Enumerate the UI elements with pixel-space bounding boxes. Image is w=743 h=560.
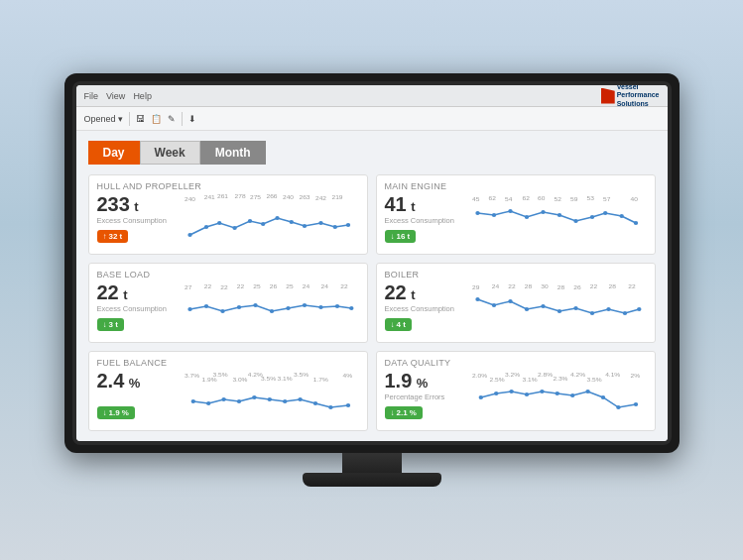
svg-point-40 (603, 211, 607, 215)
svg-text:22: 22 (589, 282, 597, 289)
fuel-badge-value: 1.9 % (109, 408, 129, 417)
svg-point-20 (332, 225, 336, 229)
pencil-icon-btn[interactable]: ✎ (168, 114, 176, 124)
svg-point-35 (524, 215, 528, 219)
svg-point-55 (220, 309, 224, 313)
card-main-engine: Main Engine 41 t Excess Consumption (376, 174, 656, 255)
svg-point-76 (508, 299, 512, 303)
card-boiler-left: 22 t Excess Consumption ↓ 4 t (385, 281, 464, 331)
svg-point-118 (509, 390, 513, 393)
card-fuel-balance: Fuel Balance 2.4 % ↓ (88, 351, 368, 431)
monitor-base (303, 473, 441, 487)
card-engine-chart: 45 62 54 62 60 52 59 53 57 (472, 193, 647, 248)
card-baseload-value: 22 t (97, 281, 177, 303)
svg-text:57: 57 (603, 195, 611, 202)
menu-view[interactable]: View (106, 91, 125, 101)
svg-point-124 (600, 395, 604, 399)
svg-point-104 (328, 405, 332, 409)
svg-point-123 (585, 390, 589, 393)
card-fuel-title: Fuel Balance (97, 358, 359, 368)
svg-point-11 (203, 225, 207, 229)
card-hull-sublabel: Excess Consumption (97, 216, 177, 225)
period-btn-month[interactable]: Month (200, 141, 266, 165)
svg-point-101 (283, 399, 287, 403)
card-engine-badge: ↓ 16 t (385, 230, 417, 243)
period-btn-day[interactable]: Day (88, 141, 140, 165)
engine-badge-value: 16 t (397, 232, 411, 241)
svg-point-120 (540, 390, 544, 393)
svg-point-78 (541, 304, 545, 308)
download-icon-btn[interactable]: ⬇ (188, 114, 196, 124)
fuel-badge-arrow: ↓ (103, 408, 107, 417)
svg-point-57 (253, 303, 257, 307)
svg-text:266: 266 (266, 193, 278, 199)
svg-text:62: 62 (488, 194, 496, 201)
svg-text:242: 242 (315, 194, 327, 201)
svg-text:3.5%: 3.5% (586, 376, 601, 383)
export-icon-btn[interactable]: 📋 (151, 114, 162, 124)
svg-text:30: 30 (541, 282, 549, 289)
svg-point-54 (203, 304, 207, 308)
svg-text:22: 22 (236, 282, 244, 289)
menu-file[interactable]: File (84, 91, 99, 101)
card-baseload-body: 22 t Excess Consumption ↓ 3 t (97, 281, 359, 336)
card-engine-left: 41 t Excess Consumption ↓ 16 t (385, 193, 464, 243)
svg-point-74 (475, 297, 479, 301)
svg-point-19 (318, 221, 322, 225)
svg-point-38 (573, 219, 577, 223)
svg-text:219: 219 (331, 193, 343, 200)
svg-point-122 (570, 393, 574, 397)
svg-text:60: 60 (538, 194, 546, 201)
svg-text:3.5%: 3.5% (294, 371, 309, 378)
card-baseload-left: 22 t Excess Consumption ↓ 3 t (97, 281, 177, 331)
svg-point-98 (236, 399, 240, 403)
card-data-quality: Data Quality 1.9 % Percentage Errors (376, 351, 656, 431)
card-baseload-badge: ↓ 3 t (97, 318, 124, 331)
svg-text:4%: 4% (342, 372, 352, 379)
card-hull-left: 233 t Excess Consumption ↑ 32 t (97, 193, 177, 243)
svg-text:22: 22 (203, 282, 211, 289)
svg-text:26: 26 (269, 282, 277, 289)
card-boiler-chart: 29 24 22 28 30 28 26 22 28 (472, 281, 647, 336)
toolbar-separator-2 (182, 112, 183, 126)
svg-text:3.5%: 3.5% (212, 371, 227, 378)
svg-point-119 (524, 392, 528, 396)
svg-text:3.0%: 3.0% (232, 376, 247, 383)
period-btn-week[interactable]: Week (140, 141, 200, 165)
logo: Vessel Performance Solutions (601, 85, 660, 108)
svg-text:62: 62 (522, 194, 530, 201)
svg-point-13 (232, 226, 236, 230)
svg-point-56 (236, 305, 240, 309)
opened-dropdown[interactable]: Opened ▾ (84, 114, 124, 124)
svg-text:45: 45 (472, 195, 480, 202)
svg-text:24: 24 (302, 282, 310, 289)
svg-point-103 (312, 401, 316, 405)
save-icon-btn[interactable]: 🖫 (136, 114, 145, 124)
card-hull-chart: 240 241 261 278 275 266 240 263 242 (185, 193, 359, 248)
logo-text: Vessel Performance Solutions (617, 85, 660, 108)
hull-badge-arrow: ↑ (103, 232, 107, 241)
svg-text:25: 25 (253, 282, 261, 289)
svg-point-79 (557, 309, 560, 313)
card-boiler-badge: ↓ 4 t (385, 318, 412, 331)
svg-point-60 (302, 303, 306, 307)
card-dataquality-left: 1.9 % Percentage Errors ↓ 2.1 % (385, 370, 464, 419)
cards-grid: Hull and Propeller 233 t Excess Consumpt… (88, 174, 656, 431)
card-base-load: Base Load 22 t Excess Consumption (88, 263, 368, 343)
svg-point-83 (622, 311, 626, 315)
svg-point-41 (619, 214, 623, 218)
toolbar-separator (129, 112, 130, 126)
baseload-badge-value: 3 t (109, 320, 118, 329)
svg-text:40: 40 (630, 195, 638, 202)
svg-text:2.0%: 2.0% (472, 372, 487, 379)
svg-point-99 (252, 395, 256, 399)
svg-point-62 (334, 304, 338, 308)
svg-point-39 (589, 215, 593, 219)
svg-point-84 (637, 307, 641, 311)
svg-text:54: 54 (505, 195, 513, 202)
svg-point-105 (345, 403, 349, 407)
card-hull-title: Hull and Propeller (97, 181, 359, 191)
svg-text:22: 22 (508, 282, 516, 289)
svg-point-36 (541, 210, 545, 214)
menu-help[interactable]: Help (133, 91, 152, 101)
